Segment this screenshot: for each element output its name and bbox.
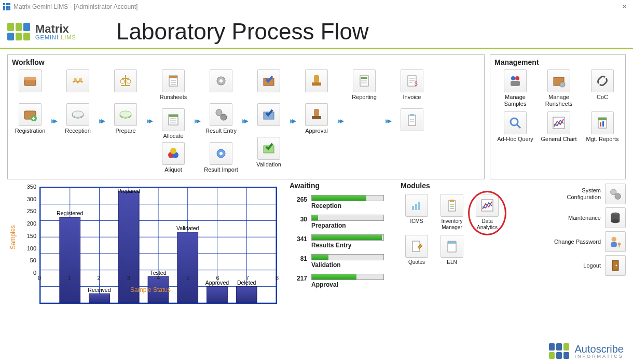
svg-point-15 (120, 111, 131, 117)
wf-2-bot-0-label: Prepare (115, 128, 135, 135)
xtick: 1 (67, 275, 71, 281)
svg-marker-5 (53, 119, 58, 123)
awaiting-bar (311, 254, 384, 260)
mod-0[interactable]: ICMS (401, 194, 433, 232)
action-3[interactable]: Logout (549, 255, 626, 276)
wf-8-top-0[interactable]: $Invoice (394, 69, 430, 101)
ytick: 250 (27, 208, 36, 214)
svg-rect-111 (611, 242, 617, 247)
window-close-button[interactable]: × (619, 2, 630, 11)
action-0[interactable]: System Configuration (549, 184, 626, 204)
wf-3-sub-0-label: Allocate (163, 133, 183, 140)
svg-rect-47 (361, 77, 367, 79)
svg-point-110 (612, 237, 616, 242)
wf-3-sub-0[interactable]: Allocate (155, 108, 191, 140)
ytick: 200 (27, 220, 36, 227)
arrow-icon (336, 69, 345, 173)
gear-icon (210, 69, 232, 92)
app-grid-icon (3, 3, 10, 10)
wf-2-top-0[interactable] (107, 69, 144, 101)
wf-3-sub-1[interactable]: Aliquot (155, 142, 191, 174)
svg-point-12 (120, 79, 125, 83)
wf-6-bot-0[interactable]: Approval (298, 103, 335, 135)
management-panel: Management Manage SamplesManage Runsheet… (490, 54, 626, 179)
awaiting-bar (311, 195, 384, 201)
mgmt-1[interactable]: Manage Runsheets (538, 69, 580, 107)
mod-4[interactable]: ELN (436, 235, 468, 273)
xtick: 6 (216, 275, 219, 281)
xtick: 4 (157, 275, 160, 281)
awaiting-bar (311, 274, 384, 280)
sample-status-chart: Samples 050100150200250300350 Registered… (7, 181, 282, 293)
wf-1-top-0[interactable] (60, 69, 96, 101)
mgmt-4[interactable]: General Chart (538, 111, 580, 149)
arrow-icon (49, 69, 59, 173)
svg-rect-42 (314, 109, 319, 116)
svg-point-24 (170, 148, 176, 154)
mgmt-5-label: Mgt. Reports (586, 136, 619, 149)
mod-3[interactable]: Quotes (401, 235, 433, 273)
mgmt-2[interactable]: CoC (582, 69, 623, 107)
page-title: Laboratory Process Flow (101, 19, 626, 45)
svg-text:Prepared: Prepared (117, 188, 140, 194)
awaiting-label: Results Entry (311, 242, 393, 249)
mgmt-0[interactable]: Manage Samples (494, 69, 536, 107)
logo-brand: Matrix (35, 23, 76, 35)
svg-rect-64 (602, 121, 604, 127)
wf-2-bot-0[interactable]: Prepare (107, 103, 144, 135)
wf-4-bot-0-label: Result Entry (205, 128, 237, 135)
wf-4-top-0[interactable] (203, 69, 239, 101)
wf-3-top-0[interactable]: Runsheets (155, 69, 191, 101)
wf-4-bot-0[interactable]: Result Entry (203, 103, 239, 135)
wf-0-bot-0[interactable]: Registration (12, 103, 48, 135)
wf-0-bot-0-label: Registration (15, 128, 46, 135)
svg-rect-98 (418, 202, 420, 210)
svg-point-29 (216, 109, 222, 116)
arrow-icon (97, 69, 106, 173)
footer-logo-icon (549, 343, 570, 359)
action-label: Change Password (549, 239, 601, 245)
action-label: System Configuration (549, 187, 601, 200)
wf-8-sub-0[interactable] (394, 108, 430, 140)
handshake-icon (66, 69, 89, 92)
svg-text:Validated: Validated (176, 225, 199, 231)
action-1[interactable]: Maintenance (549, 207, 626, 228)
wf-1-bot-0[interactable]: Reception (60, 103, 96, 135)
chart-ylabel: Samples (7, 181, 19, 293)
wf-1-bot-0-label: Reception (65, 128, 91, 135)
awaiting-label: Approval (311, 281, 393, 288)
wf-3-sub-1-label: Aliquot (164, 166, 182, 174)
svg-point-109 (611, 219, 620, 223)
svg-marker-34 (244, 119, 249, 123)
door-icon (605, 255, 626, 276)
mgmt-1-label: Manage Runsheets (538, 94, 580, 107)
box-plus-icon (19, 103, 42, 126)
people-icon (504, 69, 527, 92)
awaiting-bar (311, 234, 384, 241)
mod-2[interactable]: Data Analytics (471, 194, 503, 232)
svg-rect-100 (450, 200, 454, 202)
xtick: 7 (246, 275, 249, 281)
stamp2-icon (305, 103, 328, 126)
wf-6-top-0[interactable] (298, 69, 335, 101)
mgmt-5[interactable]: Mgt. Reports (582, 111, 623, 149)
pill-green-icon (114, 103, 137, 126)
wf-8-top-0-label: Invoice (403, 94, 421, 101)
wf-5-top-0[interactable] (251, 69, 287, 101)
awaiting-count: 341 (290, 234, 307, 243)
modules-panel: Modules ICMSInventory ManagerData Analyt… (401, 181, 504, 293)
mod-1[interactable]: Inventory Manager (436, 194, 468, 232)
wf-0-top-0[interactable] (12, 69, 48, 101)
wf-4-sub-0[interactable]: Result Import (203, 142, 239, 174)
wf-7-top-0[interactable]: Reporting (346, 69, 382, 101)
wf-5-bot-0[interactable]: Validation (251, 137, 287, 169)
mgmt-3-label: Ad-Hoc Query (497, 136, 533, 149)
svg-point-106 (615, 193, 621, 199)
mgmt-3[interactable]: Ad-Hoc Query (494, 111, 536, 149)
wf-5-top-1[interactable] (251, 103, 287, 135)
awaiting-count: 81 (290, 254, 307, 262)
mgmt-2-label: CoC (597, 94, 608, 107)
wf-5-bot-0-label: Validation (256, 161, 281, 169)
arrow-icon (240, 69, 250, 173)
action-2[interactable]: Change Password (549, 231, 626, 252)
